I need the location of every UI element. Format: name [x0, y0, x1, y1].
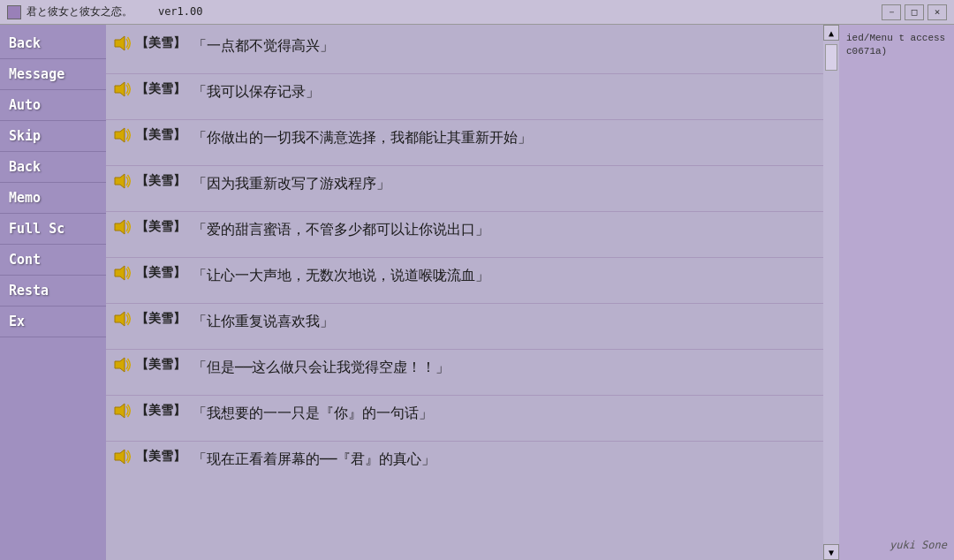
svg-marker-3: [115, 174, 125, 188]
log-entry-8: 【美雪】「我想要的一一只是『你』的一句话」: [106, 396, 823, 442]
speaker-icon-2[interactable]: [113, 127, 132, 143]
svg-marker-1: [115, 82, 125, 96]
log-entry-3: 【美雪】「因为我重新改写了游戏程序」: [106, 166, 823, 212]
speaker-name-3: 【美雪】: [136, 173, 186, 189]
speaker-name-0: 【美雪】: [136, 35, 186, 51]
svg-marker-6: [115, 312, 125, 326]
sidebar-item-fullscreen[interactable]: Full Sc: [0, 214, 106, 245]
log-content[interactable]: 【美雪】「一点都不觉得高兴」 【美雪】「我可以保存记录」 【美雪】「你做出的一切…: [106, 25, 823, 560]
sidebar-item-back[interactable]: Back: [0, 28, 106, 59]
scroll-up-button[interactable]: ▲: [823, 25, 839, 41]
speaker-name-2: 【美雪】: [136, 127, 186, 143]
right-panel-text: ied/Menu t access c0671a): [846, 32, 947, 59]
sidebar-item-restart[interactable]: Resta: [0, 276, 106, 306]
log-entry-5: 【美雪】「让心一大声地，无数次地说，说道喉咙流血」: [106, 258, 823, 304]
right-panel: ied/Menu t access c0671a) yuki Sone: [839, 25, 954, 560]
speaker-name-8: 【美雪】: [136, 403, 186, 419]
log-text-0: 「一点都不觉得高兴」: [186, 35, 813, 57]
speaker-icon-8[interactable]: [113, 403, 132, 419]
svg-marker-4: [115, 220, 125, 234]
speaker-area-4: 【美雪】: [113, 219, 186, 235]
speaker-name-9: 【美雪】: [136, 449, 186, 465]
right-panel-bottom-text: yuki Sone: [890, 539, 947, 551]
log-text-6: 「让你重复说喜欢我」: [186, 311, 813, 332]
speaker-area-2: 【美雪】: [113, 127, 186, 143]
speaker-area-5: 【美雪】: [113, 265, 186, 281]
speaker-name-4: 【美雪】: [136, 219, 186, 235]
sidebar-item-message[interactable]: Message: [0, 59, 106, 90]
speaker-icon-3[interactable]: [113, 173, 132, 189]
speaker-area-1: 【美雪】: [113, 81, 186, 97]
speaker-name-7: 【美雪】: [136, 357, 186, 373]
log-entry-2: 【美雪】「你做出的一切我不满意选择，我都能让其重新开始」: [106, 120, 823, 166]
scroll-down-button[interactable]: ▼: [823, 544, 839, 560]
log-text-5: 「让心一大声地，无数次地说，说道喉咙流血」: [186, 265, 813, 286]
log-entry-7: 【美雪】「但是──这么做只会让我觉得空虚！！」: [106, 350, 823, 396]
speaker-icon-9[interactable]: [113, 449, 132, 465]
speaker-icon-4[interactable]: [113, 219, 132, 235]
log-text-3: 「因为我重新改写了游戏程序」: [186, 173, 813, 194]
speaker-icon-1[interactable]: [113, 81, 132, 97]
svg-marker-0: [115, 36, 125, 50]
speaker-area-8: 【美雪】: [113, 403, 186, 419]
speaker-name-5: 【美雪】: [136, 265, 186, 281]
main-log: 【美雪】「一点都不觉得高兴」 【美雪】「我可以保存记录」 【美雪】「你做出的一切…: [106, 25, 839, 560]
speaker-area-7: 【美雪】: [113, 357, 186, 373]
speaker-icon-0[interactable]: [113, 35, 132, 51]
title-icon: [7, 5, 21, 19]
maximize-button[interactable]: □: [905, 4, 924, 20]
log-text-1: 「我可以保存记录」: [186, 81, 813, 102]
close-button[interactable]: ×: [928, 4, 947, 20]
scrollbar-track[interactable]: [825, 42, 837, 542]
scrollbar-thumb[interactable]: [825, 44, 837, 71]
sidebar-item-skip[interactable]: Skip: [0, 121, 106, 152]
version-label: ver1.00: [158, 5, 203, 18]
log-entry-6: 【美雪】「让你重复说喜欢我」: [106, 304, 823, 350]
log-text-7: 「但是──这么做只会让我觉得空虚！！」: [186, 357, 813, 378]
speaker-area-6: 【美雪】: [113, 311, 186, 327]
svg-marker-7: [115, 358, 125, 372]
speaker-name-6: 【美雪】: [136, 311, 186, 327]
sidebar-item-config[interactable]: Cont: [0, 245, 106, 276]
speaker-name-1: 【美雪】: [136, 81, 186, 97]
log-entry-9: 【美雪】「现在正看着屏幕的──『君』的真心」: [106, 442, 823, 488]
speaker-area-0: 【美雪】: [113, 35, 186, 51]
scrollbar[interactable]: ▲ ▼: [823, 25, 839, 560]
svg-marker-2: [115, 128, 125, 142]
speaker-icon-5[interactable]: [113, 265, 132, 281]
log-text-8: 「我想要的一一只是『你』的一句话」: [186, 403, 813, 424]
log-text-9: 「现在正看着屏幕的──『君』的真心」: [186, 449, 813, 470]
title-bar-left: 君と彼女と彼女之恋。 ver1.00: [7, 4, 202, 19]
minimize-button[interactable]: －: [882, 4, 901, 20]
speaker-icon-7[interactable]: [113, 357, 132, 373]
sidebar: BackMessageAutoSkipBackMemoFull ScContRe…: [0, 25, 106, 560]
sidebar-item-back2[interactable]: Back: [0, 152, 106, 183]
title-bar: 君と彼女と彼女之恋。 ver1.00 － □ ×: [0, 0, 954, 25]
speaker-icon-6[interactable]: [113, 311, 132, 327]
title-text: 君と彼女と彼女之恋。 ver1.00: [26, 4, 202, 19]
sidebar-item-memo[interactable]: Memo: [0, 183, 106, 214]
svg-marker-9: [115, 450, 125, 464]
sidebar-item-exit[interactable]: Ex: [0, 306, 106, 337]
svg-marker-5: [115, 266, 125, 280]
log-entry-0: 【美雪】「一点都不觉得高兴」: [106, 28, 823, 74]
sidebar-item-auto[interactable]: Auto: [0, 90, 106, 121]
log-entry-1: 【美雪】「我可以保存记录」: [106, 74, 823, 120]
log-text-2: 「你做出的一切我不满意选择，我都能让其重新开始」: [186, 127, 813, 148]
game-title: 君と彼女と彼女之恋。: [26, 5, 132, 18]
log-text-4: 「爱的甜言蜜语，不管多少都可以让你说出口」: [186, 219, 813, 240]
speaker-area-3: 【美雪】: [113, 173, 186, 189]
log-entry-4: 【美雪】「爱的甜言蜜语，不管多少都可以让你说出口」: [106, 212, 823, 258]
speaker-area-9: 【美雪】: [113, 449, 186, 465]
title-bar-controls: － □ ×: [882, 4, 947, 20]
svg-marker-8: [115, 404, 125, 418]
